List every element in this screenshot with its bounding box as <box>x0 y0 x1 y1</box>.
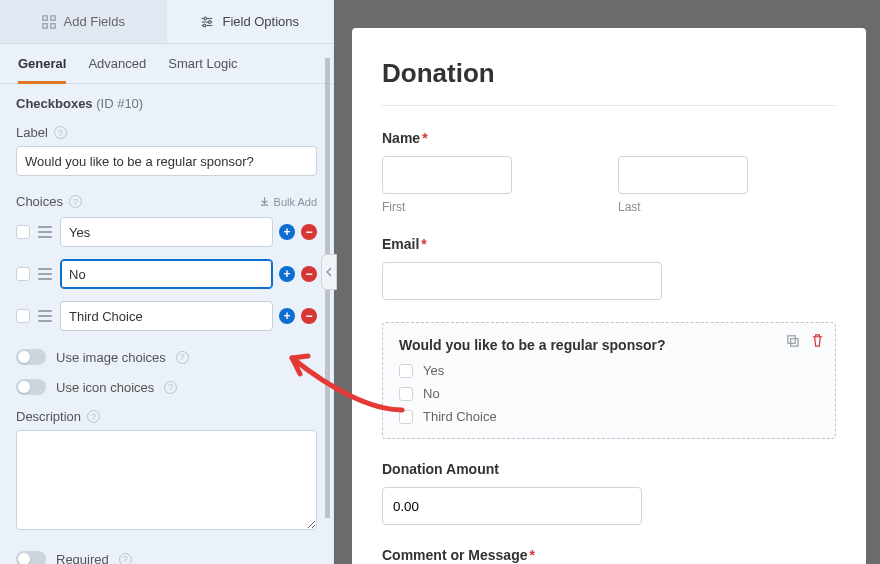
option-label: No <box>423 386 440 401</box>
help-icon[interactable]: ? <box>87 410 100 423</box>
remove-choice-button[interactable]: − <box>301 266 317 282</box>
amount-label: Donation Amount <box>382 461 836 477</box>
add-choice-button[interactable]: + <box>279 266 295 282</box>
label-header: Label <box>16 125 48 140</box>
duplicate-icon[interactable] <box>785 333 800 348</box>
field-id: Checkboxes (ID #10) <box>16 96 317 111</box>
use-image-choices-label: Use image choices <box>56 350 166 365</box>
required-asterisk: * <box>529 547 534 563</box>
help-icon[interactable]: ? <box>69 195 82 208</box>
use-image-choices-toggle[interactable] <box>16 349 46 365</box>
preview-area: Donation Name* First Last Email* <box>334 0 880 564</box>
svg-rect-3 <box>50 23 54 27</box>
field-id-number: (ID #10) <box>96 96 143 111</box>
scrollbar[interactable] <box>325 44 330 564</box>
choice-default-checkbox[interactable] <box>16 267 30 281</box>
svg-rect-0 <box>42 15 46 19</box>
help-icon[interactable]: ? <box>176 351 189 364</box>
choice-default-checkbox[interactable] <box>16 225 30 239</box>
collapse-panel-button[interactable] <box>321 254 337 290</box>
first-sublabel: First <box>382 200 600 214</box>
comment-label: Comment or Message <box>382 547 527 563</box>
remove-choice-button[interactable]: − <box>301 224 317 240</box>
help-icon[interactable]: ? <box>54 126 67 139</box>
sponsor-field-selected[interactable]: Would you like to be a regular sponsor? … <box>382 322 836 439</box>
required-label: Required <box>56 552 109 565</box>
comment-field[interactable]: Comment or Message* <box>382 547 836 563</box>
description-header: Description <box>16 409 81 424</box>
bulk-add-link[interactable]: Bulk Add <box>259 196 317 208</box>
help-icon[interactable]: ? <box>164 381 177 394</box>
description-textarea[interactable] <box>16 430 317 530</box>
svg-rect-2 <box>42 23 46 27</box>
required-asterisk: * <box>422 130 427 146</box>
svg-point-7 <box>209 20 212 23</box>
remove-choice-button[interactable]: − <box>301 308 317 324</box>
drag-handle-icon[interactable] <box>36 307 54 325</box>
option-checkbox[interactable] <box>399 364 413 378</box>
drag-handle-icon[interactable] <box>36 265 54 283</box>
donation-amount-field[interactable]: Donation Amount <box>382 461 836 525</box>
sliders-icon <box>200 15 214 29</box>
subtab-advanced[interactable]: Advanced <box>88 56 146 83</box>
form-title: Donation <box>382 58 836 106</box>
subtabs: General Advanced Smart Logic <box>0 44 333 84</box>
field-type-label: Checkboxes <box>16 96 93 111</box>
option-label: Third Choice <box>423 409 497 424</box>
svg-point-5 <box>204 17 207 20</box>
subtab-smart-logic[interactable]: Smart Logic <box>168 56 237 83</box>
choice-row: + − <box>16 217 317 247</box>
choices-header: Choices <box>16 194 63 209</box>
email-field[interactable]: Email* <box>382 236 836 300</box>
email-label: Email <box>382 236 419 252</box>
last-sublabel: Last <box>618 200 836 214</box>
required-asterisk: * <box>421 236 426 252</box>
amount-input[interactable] <box>382 487 642 525</box>
trash-icon[interactable] <box>810 333 825 348</box>
tab-field-options-label: Field Options <box>222 14 299 29</box>
download-icon <box>259 196 270 207</box>
choice-input[interactable] <box>60 217 273 247</box>
choice-default-checkbox[interactable] <box>16 309 30 323</box>
tab-add-fields[interactable]: Add Fields <box>0 0 167 43</box>
option-label: Yes <box>423 363 444 378</box>
label-input[interactable] <box>16 146 317 176</box>
email-input[interactable] <box>382 262 662 300</box>
add-choice-button[interactable]: + <box>279 224 295 240</box>
left-panel: Add Fields Field Options General Advance… <box>0 0 334 564</box>
svg-point-9 <box>204 24 207 27</box>
panel-tabs: Add Fields Field Options <box>0 0 333 44</box>
last-name-input[interactable] <box>618 156 748 194</box>
name-field[interactable]: Name* First Last <box>382 130 836 214</box>
choice-row: + − <box>16 301 317 331</box>
help-icon[interactable]: ? <box>119 553 132 565</box>
sponsor-label: Would you like to be a regular sponsor? <box>399 337 819 353</box>
use-icon-choices-toggle[interactable] <box>16 379 46 395</box>
drag-handle-icon[interactable] <box>36 223 54 241</box>
choice-input[interactable] <box>60 259 273 289</box>
use-icon-choices-label: Use icon choices <box>56 380 154 395</box>
tab-field-options[interactable]: Field Options <box>167 0 334 43</box>
chevron-left-icon <box>325 267 333 277</box>
add-choice-button[interactable]: + <box>279 308 295 324</box>
panel-body: Checkboxes (ID #10) Label ? Choices ? <box>0 84 333 564</box>
name-label: Name <box>382 130 420 146</box>
option-checkbox[interactable] <box>399 410 413 424</box>
grid-icon <box>42 15 56 29</box>
svg-rect-11 <box>791 339 799 347</box>
tab-add-fields-label: Add Fields <box>64 14 125 29</box>
choice-row: + − <box>16 259 317 289</box>
option-checkbox[interactable] <box>399 387 413 401</box>
choice-input[interactable] <box>60 301 273 331</box>
required-toggle[interactable] <box>16 551 46 564</box>
svg-rect-1 <box>50 15 54 19</box>
svg-rect-10 <box>788 336 796 344</box>
subtab-general[interactable]: General <box>18 56 66 84</box>
form-preview: Donation Name* First Last Email* <box>352 28 866 564</box>
first-name-input[interactable] <box>382 156 512 194</box>
bulk-add-label: Bulk Add <box>274 196 317 208</box>
